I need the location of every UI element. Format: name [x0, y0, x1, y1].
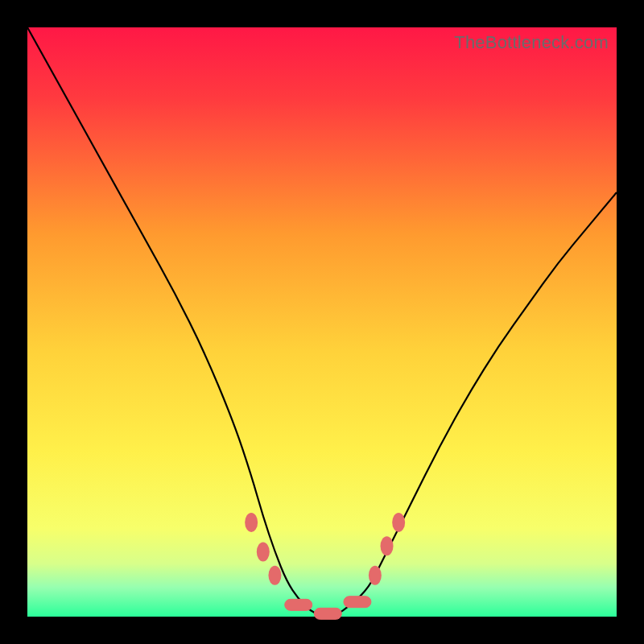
bottleneck-curve	[27, 27, 617, 617]
marker-oval	[381, 536, 394, 555]
plot-area: TheBottleneck.com	[27, 27, 617, 617]
marker-pill	[314, 608, 341, 619]
marker-oval	[268, 566, 281, 585]
bottleneck-markers	[245, 513, 405, 619]
marker-pill	[285, 599, 312, 610]
marker-oval	[392, 513, 405, 532]
marker-oval	[245, 513, 258, 532]
chart-frame: TheBottleneck.com	[0, 0, 644, 644]
marker-oval	[257, 542, 270, 561]
marker-pill	[344, 597, 371, 608]
curve-layer	[27, 27, 617, 617]
marker-oval	[369, 566, 382, 585]
